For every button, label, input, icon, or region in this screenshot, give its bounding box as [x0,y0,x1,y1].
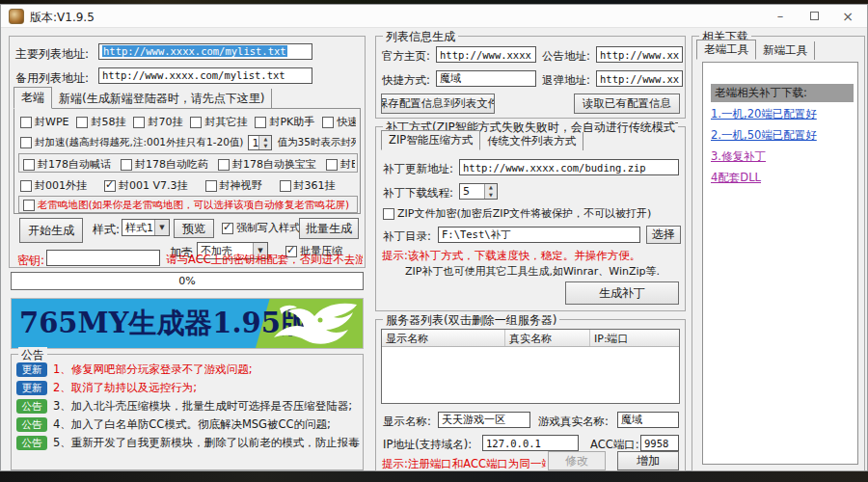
check-boss[interactable]: 封BOSS提醒 [326,157,355,172]
server-groupbox: 服务器列表(双击删除一组服务器) 显示名称 真实名称 IP:端口 显示名称: 游… [375,319,686,471]
downloads-groupbox: 相关下载 老端工具 新端工具 老端相关补丁下载: 1.一机,20端已配置好 2.… [692,36,865,471]
tools-tabstrip: 老端工具 新端工具 [696,41,815,60]
checkbox-icon [20,137,32,148]
check-other[interactable]: 封其它挂 [190,115,247,129]
shortcut-input[interactable] [436,70,536,87]
save-config-button[interactable]: 保存配置信息到列表文件 [381,94,495,114]
tab-old-client[interactable]: 老端 [14,87,52,109]
check-fastenter[interactable]: 快速进游戏 [322,115,356,129]
dragon-icon [260,301,361,349]
check-361[interactable]: 封361挂 [280,178,336,193]
display-name-input[interactable] [438,412,530,428]
spinner-arrows-icon[interactable]: ▲▼ [484,184,497,199]
download-link-2[interactable]: 2.一机,50端已配置好 [711,128,817,143]
speed-value-spinner[interactable]: 1▲▼ [248,135,272,150]
notice-item: 更新1、修复网吧部分玩家登录不了游戏问题; [16,361,360,379]
check-row-speed: 封加速(越高封得越死,注:001外挂只有1-20值) 1▲▼ 值为35时表示封死… [20,135,356,150]
checkbox-icon [20,117,32,128]
patch-url-input[interactable] [459,159,679,175]
check-force-style[interactable]: 强制写入样式 [222,221,300,235]
col-ip-port[interactable]: IP:端口 [590,330,679,346]
app-window: 版本:V1.9.5 – × 主要列表地址: http://www.xxxx.co… [0,0,868,482]
notice-item: 更新2、取消了劫持以及远控行为; [16,379,360,397]
list-info-groupbox: 列表信息生成 官方主页: 公告地址: 快捷方式: 退弹地址: 保存配置信息到列表… [375,36,686,119]
patch-hint-black: ZIP补丁也可使用其它工具生成,如Winrar、WinZip等. [405,264,681,279]
downloads-panel: 老端相关补丁下载: 1.一机,20端已配置好 2.一机,50端已配置好 3.修复… [702,62,858,465]
notice-list: 更新1、修复网吧部分玩家登录不了游戏问题; 更新2、取消了劫持以及远控行为; 公… [16,361,360,452]
tab-zip-mode[interactable]: ZIP智能压缩方式 [381,130,480,150]
desktop-strip-bottom [0,471,868,482]
display-name-label: 显示名称: [383,415,431,429]
patch-tabstrip: ZIP智能压缩方式 传统文件列表方式 [381,132,583,150]
check-leiming[interactable]: 老雷鸣地图(如果你是老雷鸣地图，可以选择该项自动修复老雷鸣花屏) [23,199,355,212]
left-main-groupbox: 主要列表地址: http://www.xxxx.com/mylist.txt 备… [9,36,366,268]
col-real-name[interactable]: 真实名称 [505,330,590,346]
notice-url-input[interactable] [596,46,683,63]
check-speed[interactable]: 封加速(越高封得越死,注:001外挂只有1-20值) [20,136,243,149]
download-link-3[interactable]: 3.修复补丁 [711,149,766,164]
patch-url-label: 补丁更新地址: [383,162,453,176]
style-label: 样式: [93,222,120,238]
col-display-name[interactable]: 显示名称 [382,330,505,346]
style-select[interactable]: 样式1▼ [122,219,170,236]
server-group-title: 服务器列表(双击删除一组服务器) [383,312,559,329]
download-link-1[interactable]: 1.一机,20端已配置好 [711,107,817,121]
home-label: 官方主页: [382,49,430,64]
check-zip-encrypt[interactable]: ZIP文件加密(加密后ZIP文件将被保护，不可以被打开) [383,206,680,221]
generate-patch-button[interactable]: 生成补丁 [565,281,679,305]
start-generate-button[interactable]: 开始生成 [19,218,83,243]
notice-groupbox: 公告 更新1、修复网吧部分玩家登录不了游戏问题; 更新2、取消了劫持以及远控行为… [11,354,364,470]
checkbox-icon [326,159,338,171]
tab-traditional-mode[interactable]: 传统文件列表方式 [480,132,583,150]
check-178-pet[interactable]: 封178自动换宝宝 [218,157,316,172]
tab-old-tools[interactable]: 老端工具 [696,40,756,60]
primary-list-input[interactable]: http://www.xxxx.com/mylist.txt [98,43,312,60]
key-hint: 请与ACC上的密钥相配套，否则进不去游戏. [166,253,363,267]
check-row-178-box: 封178自动喊话 封178自动吃药 封178自动换宝宝 封BOSS提醒 [18,153,358,173]
anticheat-tab-page: 封WPE 封58挂 封70挂 封其它挂 封PK助手 快速进游戏 封加速(越高封得… [14,108,361,214]
batch-generate-button[interactable]: 批量生成 [299,218,359,239]
tab-new-tools[interactable]: 新端工具 [756,41,815,60]
check-70[interactable]: 封70挂 [133,115,182,129]
patch-dir-label: 补丁目录: [383,229,431,244]
tab-new-client[interactable]: 新端(生成新端登陆器时，请先点下这里) [52,89,272,109]
check-leiming-box: 老雷鸣地图(如果你是老雷鸣地图，可以选择该项自动修复老雷鸣花屏) [18,196,358,213]
checkbox-icon [20,180,32,192]
add-server-button[interactable]: 增加 [617,451,679,470]
acc-port-input[interactable] [640,435,679,451]
checkbox-checked-icon [222,223,233,234]
check-001-v73[interactable]: 封001 V7.3挂 [104,178,188,193]
check-178-shout[interactable]: 封178自动喊话 [23,157,111,172]
ip-input[interactable] [482,435,579,451]
backup-list-input[interactable]: http://www.xxxx.com/mylist.txt [98,67,312,84]
check-row-1: 封WPE 封58挂 封70挂 封其它挂 封PK助手 快速进游戏 [20,115,356,129]
preview-button[interactable]: 预览 [174,219,214,238]
real-name-label: 游戏真实名称: [538,415,609,429]
home-input[interactable] [436,46,536,63]
maximize-button[interactable] [800,7,828,26]
download-link-4[interactable]: 4配套DLL [711,171,761,185]
threads-spinner[interactable]: 5▲▼ [459,183,498,200]
spinner-arrows-icon[interactable]: ▲▼ [258,136,271,149]
check-pk[interactable]: 封PK助手 [255,115,314,129]
key-input[interactable] [46,250,160,266]
check-178-med[interactable]: 封178自动吃药 [121,157,208,172]
client-tabstrip: 老端 新端(生成新端登陆器时，请先点下这里) [14,91,272,109]
check-godview[interactable]: 封神视野 [205,178,262,193]
close-button[interactable]: × [833,7,862,26]
check-58[interactable]: 封58挂 [76,115,125,129]
read-config-button[interactable]: 读取已有配置信息 [574,94,680,114]
choose-dir-button[interactable]: 选择 [646,226,681,244]
checkbox-icon [255,117,266,128]
modify-server-button[interactable]: 修改 [548,451,606,470]
real-name-input[interactable] [617,412,679,428]
minimize-button[interactable]: – [766,7,795,26]
check-001[interactable]: 封001外挂 [20,178,87,193]
bounce-input[interactable] [596,70,683,87]
patch-dir-input[interactable] [438,227,640,243]
check-row-001: 封001外挂 封001 V7.3挂 封神视野 封361挂 [20,178,356,193]
check-wpe[interactable]: 封WPE [20,115,68,129]
server-table[interactable]: 显示名称 真实名称 IP:端口 [381,329,680,404]
notice-badge: 公告 [16,399,47,414]
notice-badge: 公告 [16,436,47,450]
